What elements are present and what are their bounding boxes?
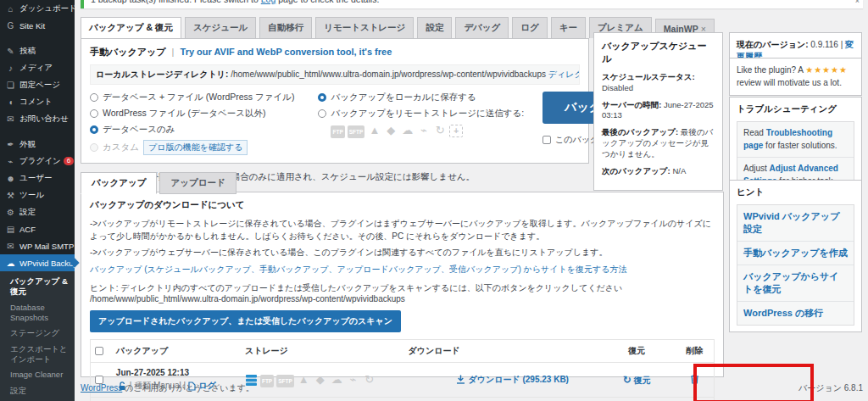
sidebar-item-users[interactable]: ☻ユーザー xyxy=(0,170,75,187)
radio-wp-files-only[interactable]: WordPress ファイル (データベース以外) xyxy=(90,108,294,120)
tab-debug[interactable]: デバッグ xyxy=(455,17,509,38)
sidebar-item-comments[interactable]: ◖コメント xyxy=(0,93,75,110)
restore-from-backup-link[interactable]: バックアップからサイトを復元 xyxy=(743,271,839,294)
sidebar-item-label: ユーザー xyxy=(19,173,52,184)
plug-icon: ⌁ xyxy=(5,157,16,166)
sidebar-item-label: ACF xyxy=(19,225,36,234)
gear-icon: ⚙ xyxy=(5,208,16,217)
submenu-item-staging[interactable]: ステージング xyxy=(0,326,75,341)
avif-webp-promo-link[interactable]: Try our AVIF and WebP conversion tool, i… xyxy=(181,47,392,57)
sidebar-item-wpvivid-backup[interactable]: ☁WPvivid Backup xyxy=(0,254,75,271)
sidebar-item-label: コメント xyxy=(19,97,53,108)
radio-label: データベースのみ xyxy=(103,124,175,136)
tip-row: バックアップからサイトを復元 xyxy=(737,265,854,302)
version-value: 0.9.116 xyxy=(810,40,838,49)
radio-database-only[interactable]: データベースのみ xyxy=(90,124,294,136)
sidebar-item-label: WPvivid Backup xyxy=(19,259,78,268)
onedrive-icon[interactable]: ☁ xyxy=(400,124,415,136)
sidebar-item-settings[interactable]: ⚙設定 xyxy=(0,203,75,220)
radio-icon xyxy=(318,109,326,118)
create-manual-backup-link[interactable]: 手動バックアップを作成 xyxy=(743,248,848,258)
dropbox-icon[interactable]: ◆ xyxy=(384,124,398,136)
sidebar-item-appearance[interactable]: ✒外観 xyxy=(0,136,75,153)
select-all-checkbox[interactable] xyxy=(95,347,103,355)
tab-upload[interactable]: アップロード xyxy=(159,172,236,194)
tab-backup-restore[interactable]: バックアップ & 復元 xyxy=(81,17,181,38)
submenu-item-export-import[interactable]: エクスポートとインポート xyxy=(0,342,75,368)
schedule-status-row: スケジュールステータス: Disabled xyxy=(602,72,715,94)
sidebar-item-acf[interactable]: ▤ACF xyxy=(0,220,75,237)
radio-save-local[interactable]: バックアップをローカルに保存する xyxy=(318,92,524,103)
tab-schedule[interactable]: スケジュール xyxy=(185,17,256,38)
sidebar-item-pages[interactable]: ❏固定ページ xyxy=(0,76,75,93)
sidebar-item-posts[interactable]: ✎投稿 xyxy=(0,42,75,59)
submenu-item-settings[interactable]: 設定 xyxy=(0,383,75,398)
troubleshooting-title: トラブルシューティング xyxy=(737,103,854,115)
sidebar-item-tools[interactable]: ⚒ツール xyxy=(0,187,75,203)
add-storage-icon[interactable]: + xyxy=(449,125,463,137)
admin-content: 1 backup task(s) finished. Please switch… xyxy=(75,0,868,401)
sidebar-item-site-kit[interactable]: GSite Kit xyxy=(0,17,75,34)
sidebar-item-plugins[interactable]: ⌁プラグイン6 xyxy=(0,153,75,170)
ftp-icon[interactable]: FTP xyxy=(331,125,344,138)
directory-path: /home/www/public_html/www.ultra-domain.j… xyxy=(231,70,546,79)
envelope-icon: ✉ xyxy=(5,242,16,251)
dismiss-notice-icon[interactable]: × xyxy=(855,0,860,5)
download-about-title: バックアップのダウンロードについて xyxy=(90,199,715,211)
radio-selected-icon xyxy=(318,93,326,102)
submenu-item-backup-restore[interactable]: バックアップ & 復元 xyxy=(0,274,75,300)
backup-settings-link[interactable]: WPvivid バックアップ設定 xyxy=(743,211,839,234)
pages-icon: ❏ xyxy=(5,81,16,90)
change-directory-link[interactable]: ディレクトリの変更 xyxy=(548,70,580,79)
acf-icon: ▤ xyxy=(5,225,16,234)
tab-auto-migration[interactable]: 自動移行 xyxy=(259,17,312,38)
tab-remote-storage[interactable]: リモートストレージ xyxy=(315,17,414,38)
next-backup-row: 次のバックアップ: N/A xyxy=(602,166,715,177)
five-star-rating-link[interactable]: ★★★★★ xyxy=(805,65,848,75)
radio-db-and-files[interactable]: データベース + ファイル (WordPress ファイル) xyxy=(90,92,294,103)
backup-date: Jun-27-2025 12:13 xyxy=(116,368,238,377)
s3-icon[interactable]: ⌁ xyxy=(417,124,431,136)
wordpress-admin-page: ⌂ダッシュボード GSite Kit ✎投稿 ♪メディア ❏固定ページ ◖コメン… xyxy=(0,0,868,401)
google-icon: G xyxy=(5,21,16,31)
google-drive-icon[interactable]: ▲ xyxy=(367,124,381,136)
col-restore: 復元 xyxy=(598,340,676,363)
tab-log[interactable]: ログ xyxy=(512,17,548,38)
tab-settings[interactable]: 設定 xyxy=(417,17,452,38)
review-request-panel: Like the plugin? A ★★★★★ review will mot… xyxy=(729,58,862,96)
sidebar-item-wp-mail-smtp[interactable]: ✉WP Mail SMTP xyxy=(0,237,75,254)
schedule-panel-title: バックアップスケジュール xyxy=(602,40,715,65)
tab-backups[interactable]: バックアップ xyxy=(81,172,157,194)
pro-features-link[interactable]: プロ版の機能を確認する xyxy=(143,140,248,155)
local-storage-directory-bar: ローカルストレージディレクトリ: /home/www/public_html/w… xyxy=(90,64,580,85)
footer-version: バージョン 6.8.1 xyxy=(798,382,863,394)
radio-custom-disabled: カスタムプロ版の機能を確認する xyxy=(90,140,294,155)
sync-icon[interactable]: ↻ xyxy=(433,124,447,136)
download-about-para2: ->バックアップがウェブサーバーに保存されている場合、このプラグインは関連するす… xyxy=(90,246,715,259)
radio-send-remote[interactable]: バックアップをリモートストレージに送信する: xyxy=(318,108,524,120)
sidebar-item-dashboard[interactable]: ⌂ダッシュボード xyxy=(0,0,75,17)
how-to-restore-link[interactable]: バックアップ (スケジュールバックアップ、手動バックアップ、アップロードバックア… xyxy=(90,265,626,274)
wordpress-link[interactable]: WordPress xyxy=(81,383,122,393)
sidebar-item-label: WP Mail SMTP xyxy=(19,242,74,251)
submenu-item-image-cleaner[interactable]: Image Cleaner xyxy=(0,367,75,382)
tip-row: WPvivid バックアップ設定 xyxy=(737,205,854,242)
scan-backups-button[interactable]: アップロードされたバックアップ、または受信したバックアップのスキャン xyxy=(90,310,401,332)
sidebar-item-label: メディア xyxy=(19,63,53,74)
log-page-link[interactable]: Log xyxy=(261,0,276,4)
sidebar-item-contact[interactable]: ✉お問い合わせ xyxy=(0,110,75,127)
radio-icon xyxy=(90,109,98,118)
migrate-wordpress-link[interactable]: WordPress の移行 xyxy=(743,308,823,318)
user-icon: ☻ xyxy=(5,174,16,183)
server-time-row: サーバーの時間: June-27-2025 03:13 xyxy=(602,100,715,122)
sidebar-item-label: ツール xyxy=(19,190,44,201)
troubleshooting-item: Read Troubleshooting page for faster sol… xyxy=(737,122,854,158)
tab-key[interactable]: キー xyxy=(551,17,586,38)
admin-sidebar: ⌂ダッシュボード GSite Kit ✎投稿 ♪メディア ❏固定ページ ◖コメン… xyxy=(0,0,75,401)
directory-label: ローカルストレージディレクトリ: xyxy=(96,70,228,79)
sidebar-item-media[interactable]: ♪メディア xyxy=(0,59,75,76)
plugins-update-badge: 6 xyxy=(64,157,74,165)
col-backup: バックアップ xyxy=(113,340,242,363)
sftp-icon[interactable]: SFTP xyxy=(348,125,365,138)
submenu-item-database-snapshots[interactable]: Database Snapshots xyxy=(0,300,75,326)
